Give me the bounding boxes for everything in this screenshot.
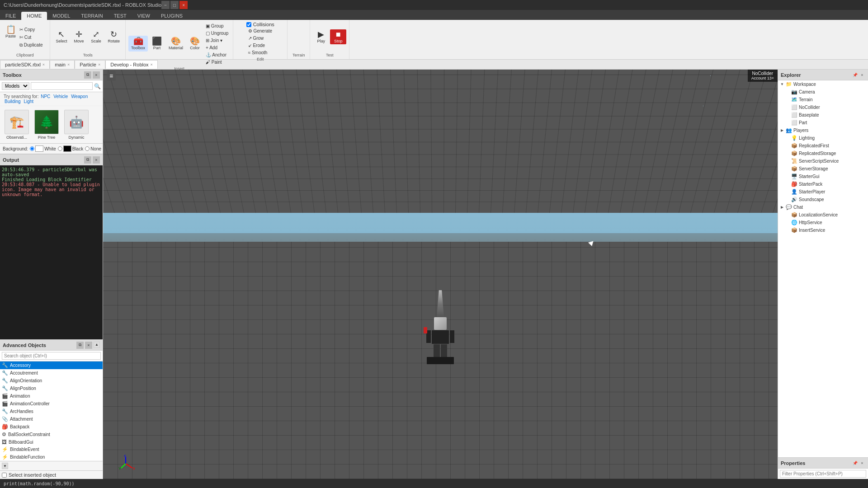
toolbox-dock-button[interactable]: ⧉: [84, 71, 91, 79]
doc-tab-close-particle[interactable]: ×: [98, 62, 100, 67]
adv-search-input[interactable]: [2, 352, 101, 360]
doc-tab-close-develop[interactable]: ×: [151, 62, 153, 67]
adv-item-attachment[interactable]: 📎 Attachment: [0, 415, 103, 423]
erode-button[interactable]: ↙ Erode: [246, 42, 267, 49]
model-dropdown[interactable]: Models: [2, 82, 29, 90]
copy-button[interactable]: ✂ Copy: [18, 26, 44, 33]
tree-item-terrain[interactable]: 🗺️ Terrain: [778, 96, 868, 103]
select-inserted-checkbox[interactable]: [2, 473, 7, 478]
suggestion-building[interactable]: Building: [5, 99, 21, 104]
tab-home[interactable]: HOME: [21, 12, 47, 20]
doc-tab-main[interactable]: main ×: [50, 60, 75, 69]
doc-tab-particleSDK[interactable]: particleSDK.rbxl ×: [0, 60, 50, 69]
tree-item-replicatedstorage[interactable]: 📦 ReplicatedStorage: [778, 150, 868, 157]
adv-item-alignorientation[interactable]: 🔧 AlignOrientation: [0, 377, 103, 385]
paint-button[interactable]: 🖌 Paint: [204, 59, 230, 66]
explorer-pin-button[interactable]: 📌: [852, 72, 858, 78]
doc-tab-close-particleSDK[interactable]: ×: [42, 62, 45, 67]
tree-item-starterpack[interactable]: 🎒 StarterPack: [778, 180, 868, 188]
toolbox-search-input[interactable]: [31, 82, 93, 90]
adv-item-billboardgui[interactable]: 🖼 BillboardGui: [0, 438, 103, 446]
properties-close-button[interactable]: ×: [859, 460, 865, 466]
material-button[interactable]: 🎨 Material: [166, 36, 186, 52]
ungroup-button[interactable]: ▢ Ungroup: [204, 30, 230, 37]
smooth-button[interactable]: ≈ Smooth: [246, 49, 269, 56]
adv-item-animation[interactable]: 🎬 Animation: [0, 392, 103, 400]
output-dock-button[interactable]: ⧉: [84, 156, 91, 164]
suggestion-vehicle[interactable]: Vehicle: [53, 94, 68, 99]
toolbox-close-button[interactable]: ×: [93, 71, 100, 79]
adv-item-ballsocketconstraint[interactable]: ⚙ BallSocketConstraint: [0, 431, 103, 438]
duplicate-button[interactable]: ⧉ Duplicate: [18, 42, 44, 49]
group-button[interactable]: ▣ Group: [204, 23, 230, 29]
suggestion-npc[interactable]: NPC: [41, 94, 50, 99]
generate-button[interactable]: ⚙ Generate: [246, 28, 274, 34]
doc-tab-particle[interactable]: Particle ×: [75, 60, 105, 69]
move-button[interactable]: ✛ Move: [71, 29, 87, 45]
anchor-button[interactable]: ⚓ Anchor: [204, 52, 230, 58]
tree-item-part[interactable]: ⬜ Part: [778, 119, 868, 127]
explorer-close-button[interactable]: ×: [859, 72, 865, 78]
tree-item-workspace[interactable]: ▼ 📁 Workspace: [778, 80, 868, 88]
bg-white-option[interactable]: White: [30, 145, 56, 152]
cut-button[interactable]: ✄ Cut: [18, 34, 44, 41]
output-close-button[interactable]: ×: [93, 156, 100, 164]
tree-item-startergui[interactable]: 🖥️ StarterGui: [778, 173, 868, 180]
tree-item-starterplayer[interactable]: 👤 StarterPlayer: [778, 188, 868, 196]
tree-item-serverstorage[interactable]: 📦 ServerStorage: [778, 165, 868, 173]
tab-file[interactable]: FILE: [0, 12, 21, 20]
rotate-button[interactable]: ↻ Rotate: [105, 29, 123, 45]
bg-none-option[interactable]: None: [85, 146, 101, 151]
tree-item-chat[interactable]: ▶ 💬 Chat: [778, 203, 868, 211]
tree-item-lighting[interactable]: 💡 Lighting: [778, 134, 868, 142]
toolbox-item-observation[interactable]: 🏗️ Observati...: [4, 110, 30, 140]
tab-plugins[interactable]: PLUGINS: [156, 12, 188, 20]
suggestion-light[interactable]: Light: [24, 99, 33, 104]
toolbox-button[interactable]: 🧰 Toolbox: [128, 36, 148, 52]
tree-item-soundscape[interactable]: 🔊 Soundscape: [778, 196, 868, 203]
minimize-button[interactable]: −: [161, 1, 170, 9]
suggestion-weapon[interactable]: Weapon: [71, 94, 88, 99]
viewport[interactable]: ≡ NoCollider Account 13+ X Y Z: [103, 70, 778, 479]
tab-terrain[interactable]: TERRAIN: [75, 12, 108, 20]
tree-item-players[interactable]: ▶ 👥 Players: [778, 127, 868, 134]
adv-item-bindablefunction[interactable]: ⚡ BindableFunction: [0, 453, 103, 461]
doc-tab-develop-roblox[interactable]: Develop - Roblox ×: [105, 60, 158, 69]
adv-item-archandles[interactable]: 🔧 ArcHandles: [0, 408, 103, 415]
tree-item-insertservice[interactable]: 📦 InsertService: [778, 226, 868, 234]
toolbox-item-dynamic[interactable]: 🤖 Dynamic: [63, 110, 90, 140]
tree-item-baseplate[interactable]: ⬜ Baseplate: [778, 111, 868, 119]
adv-item-bindableevent[interactable]: ⚡ BindableEvent: [0, 446, 103, 453]
join-button[interactable]: ⊞ Join ▾: [204, 37, 230, 44]
tab-view[interactable]: VIEW: [132, 12, 156, 20]
adv-close-button[interactable]: ×: [85, 342, 92, 349]
collisions-checkbox[interactable]: [246, 22, 251, 27]
part-button[interactable]: ⬛ Part: [149, 36, 165, 52]
adv-scroll-up[interactable]: ▲: [94, 342, 100, 348]
maximize-button[interactable]: □: [170, 1, 179, 9]
tree-item-serverscriptservice[interactable]: 📜 ServerScriptService: [778, 157, 868, 165]
tab-test[interactable]: TEST: [108, 12, 132, 20]
adv-scroll-down[interactable]: ▼: [2, 463, 8, 469]
stop-button[interactable]: ■ Stop: [330, 29, 346, 44]
adv-item-alignposition[interactable]: 🔧 AlignPosition: [0, 385, 103, 392]
tab-model[interactable]: MODEL: [47, 12, 75, 20]
select-button[interactable]: ↖ Select: [53, 29, 70, 45]
doc-tab-close-main[interactable]: ×: [67, 62, 70, 67]
adv-item-animationcontroller[interactable]: 🎬 AnimationController: [0, 400, 103, 408]
add-button[interactable]: + Add: [204, 44, 230, 51]
paste-button[interactable]: 📋 Paste: [5, 25, 16, 38]
grow-button[interactable]: ↗ Grow: [246, 35, 266, 42]
adv-item-accessory[interactable]: 🔧 Accessory: [0, 361, 103, 369]
adv-item-backpack[interactable]: 🎒 Backpack: [0, 423, 103, 431]
close-button[interactable]: ×: [179, 1, 188, 9]
viewport-menu-button[interactable]: ≡: [107, 71, 116, 81]
properties-filter-input[interactable]: [780, 470, 866, 478]
tree-item-replicatedfirst[interactable]: 📦 ReplicatedFirst: [778, 142, 868, 150]
color-button[interactable]: 🎨 Color: [187, 36, 203, 52]
tree-item-httpservice[interactable]: 🌐 HttpService: [778, 219, 868, 226]
play-button[interactable]: ▶ Play: [313, 29, 329, 45]
adv-item-accoutrement[interactable]: 🔧 Accoutrement: [0, 369, 103, 377]
adv-dock-button[interactable]: ⧉: [76, 342, 84, 349]
tree-item-nocollider[interactable]: ⬜ NoCollider: [778, 103, 868, 111]
